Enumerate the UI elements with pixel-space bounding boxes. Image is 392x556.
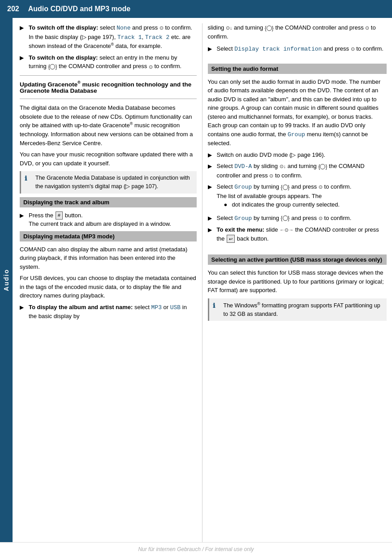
- bullet-arrow-4: ▶: [20, 303, 27, 321]
- exit-menu-label: To exit the menu:: [217, 226, 265, 233]
- windows-info-box: ℹ The Windows® formatting program suppor…: [208, 298, 387, 321]
- bullet-switch-off-display: ▶ To switch off the display: select None…: [20, 23, 197, 51]
- selecting-partition-header: Selecting an active partition (USB mass …: [208, 254, 387, 265]
- gracenote-info-box: ℹ The Gracenote Media Database is update…: [20, 171, 197, 194]
- none-option: None: [116, 25, 130, 31]
- bullet-arrow-7: ▶: [208, 162, 215, 180]
- confirm-icon-5: ⊙: [269, 172, 273, 180]
- dot-item-1: ● dot indicates the group currently sele…: [224, 200, 387, 209]
- confirm-icon-4: ⊙: [351, 45, 355, 53]
- bullet-switch-audio-dvd: ▶ Switch on audio DVD mode (▷ page 196).: [208, 151, 387, 159]
- info-icon-1: ℹ: [25, 174, 34, 191]
- bullet-display-album: ▶ To display the album and artist name: …: [20, 303, 197, 321]
- page: 202 Audio CD/DVD and MP3 mode Audio ▶ To…: [0, 0, 392, 556]
- bullet-switch-audio-dvd-text: Switch on audio DVD mode (▷ page 196).: [217, 151, 387, 159]
- metadata-para-2: For USB devices, you can choose to displ…: [20, 274, 197, 300]
- page-number: 202: [7, 5, 19, 13]
- gracenote-info-text: The Gracenote Media Database is updated …: [35, 174, 193, 191]
- updating-heading: Updating Gracenote® music recognition te…: [20, 80, 197, 95]
- display-album-label: To display the album and artist name:: [29, 304, 133, 310]
- sidebar: Audio: [0, 18, 13, 542]
- back-button-icon: ↩: [227, 235, 235, 243]
- switch-on-label: To switch on the display:: [29, 54, 98, 61]
- setting-audio-format-label: Setting the audio format: [211, 65, 279, 72]
- right-column: sliding ⊙↓ and turning {} the COMAND con…: [202, 23, 392, 542]
- bullet-exit-menu: ▶ To exit the menu: slide ←⊙→ the COMAND…: [208, 225, 387, 243]
- selecting-partition-label: Selecting an active partition (USB mass …: [211, 256, 382, 263]
- ctrl-turn-icon: {}: [265, 24, 274, 32]
- watermark-text: Nur für internen Gebrauch / For internal…: [138, 546, 254, 552]
- usb-option: USB: [170, 304, 181, 311]
- displaying-track-header: Displaying the track and album: [20, 197, 197, 207]
- info-icon-2: ℹ: [213, 301, 222, 319]
- bullet-press-hash-text: Press the # button. The current track an…: [29, 211, 197, 228]
- audio-format-body: You can only set the audio format in aud…: [208, 78, 387, 148]
- bullet-arrow-5: ▶: [208, 45, 215, 54]
- partition-body: You can select this function for USB mas…: [208, 268, 387, 295]
- dot-bullet-1: ●: [224, 200, 230, 209]
- ctrl-icon-1: {}: [48, 63, 57, 71]
- footer-watermark: Nur für internen Gebrauch / For internal…: [0, 542, 392, 556]
- sliding-text: sliding ⊙↓ and turning {} the COMAND con…: [208, 23, 387, 41]
- bullet-arrow-10: ▶: [208, 226, 215, 243]
- bullet-arrow-3: ▶: [20, 211, 27, 228]
- bullet-switch-on-text: To switch on the display: select an entr…: [29, 53, 197, 71]
- dot-text-1: dot indicates the group currently select…: [232, 200, 340, 209]
- hash-button-icon: #: [56, 211, 63, 220]
- updating-para-2: You can have your music recognition soft…: [20, 150, 197, 168]
- windows-info-text: The Windows® formatting program supports…: [224, 301, 383, 319]
- bullet-select-group-1: ▶ Select Group by turning {} and press ⊙…: [208, 182, 387, 211]
- ctrl-slide-icon-3: ←⊙→: [280, 226, 293, 234]
- bullet-press-hash: ▶ Press the # button. The current track …: [20, 211, 197, 228]
- group-option-1: Group: [288, 131, 305, 138]
- bullet-exit-menu-text: To exit the menu: slide ←⊙→ the COMAND c…: [217, 225, 387, 243]
- ctrl-slide-icon-2: ⊙↓: [280, 163, 286, 170]
- metadata-para-1: COMAND can also display the album name a…: [20, 245, 197, 272]
- bullet-switch-on-display: ▶ To switch on the display: select an en…: [20, 53, 197, 71]
- displaying-metadata-header: Displaying metadata (MP3 mode): [20, 231, 197, 241]
- setting-audio-format-header: Setting the audio format: [208, 64, 387, 74]
- content-area: ▶ To switch off the display: select None…: [13, 18, 392, 542]
- sidebar-label: Audio: [3, 269, 10, 291]
- track1-ref: Track 1: [117, 34, 142, 41]
- ctrl-turn-icon-4: {}: [281, 214, 290, 222]
- left-column: ▶ To switch off the display: select None…: [13, 23, 202, 542]
- confirm-icon-7: ⊙: [319, 215, 323, 222]
- divider-1: [20, 75, 197, 76]
- bullet-select-group-1-text: Select Group by turning {} and press ⊙ t…: [217, 182, 387, 211]
- bullet-arrow-9: ▶: [208, 214, 215, 223]
- mp3-option: MP3: [151, 304, 162, 311]
- bullet-select-group-2-text: Select Group by turning {} and press ⊙ t…: [217, 214, 387, 223]
- bullet-arrow-1: ▶: [20, 24, 27, 51]
- ctrl-slide-icon: ⊙↓: [226, 24, 233, 32]
- confirm-icon-2: ⊙: [149, 63, 153, 71]
- track2-ref: Track 2: [145, 34, 170, 41]
- bullet-arrow-2: ▶: [20, 54, 27, 71]
- bullet-select-display-track: ▶ Select Display track information and p…: [208, 44, 387, 54]
- bullet-select-dvda-text: Select DVD-A by sliding ⊙↓ and turning {…: [217, 162, 387, 180]
- bullet-select-display-text: Select Display track information and pre…: [217, 44, 387, 54]
- dvd-a-option: DVD-A: [234, 163, 252, 170]
- divider-2: [20, 99, 197, 99]
- bullet-select-group-2: ▶ Select Group by turning {} and press ⊙…: [208, 214, 387, 223]
- bullet-arrow-8: ▶: [208, 183, 215, 211]
- group-option-2: Group: [234, 184, 252, 190]
- bullet-display-album-text: To display the album and artist name: se…: [29, 303, 197, 321]
- bullet-select-dvda: ▶ Select DVD-A by sliding ⊙↓ and turning…: [208, 162, 387, 180]
- ctrl-turn-icon-3: {}: [281, 183, 290, 191]
- page-title: Audio CD/DVD and MP3 mode: [28, 5, 130, 13]
- ctrl-turn-icon-2: {}: [318, 163, 327, 171]
- switch-off-label: To switch off the display:: [29, 24, 98, 31]
- bullet-arrow-6: ▶: [208, 151, 215, 159]
- bullet-switch-off-text: To switch off the display: select None a…: [29, 23, 197, 51]
- display-track-info-option: Display track information: [234, 46, 322, 52]
- updating-para-1: The digital data on the Gracenote Media …: [20, 103, 197, 147]
- confirm-icon-6: ⊙: [319, 183, 323, 191]
- confirm-icon-3: ⊙: [365, 24, 369, 32]
- main-content: Audio ▶ To switch off the display: selec…: [0, 18, 392, 542]
- displaying-metadata-label: Displaying metadata (MP3 mode): [23, 233, 115, 240]
- confirm-icon-1: ⊙: [159, 24, 164, 32]
- page-header: 202 Audio CD/DVD and MP3 mode: [0, 0, 392, 18]
- displaying-track-label: Displaying the track and album: [23, 199, 109, 206]
- group-option-3: Group: [234, 215, 252, 222]
